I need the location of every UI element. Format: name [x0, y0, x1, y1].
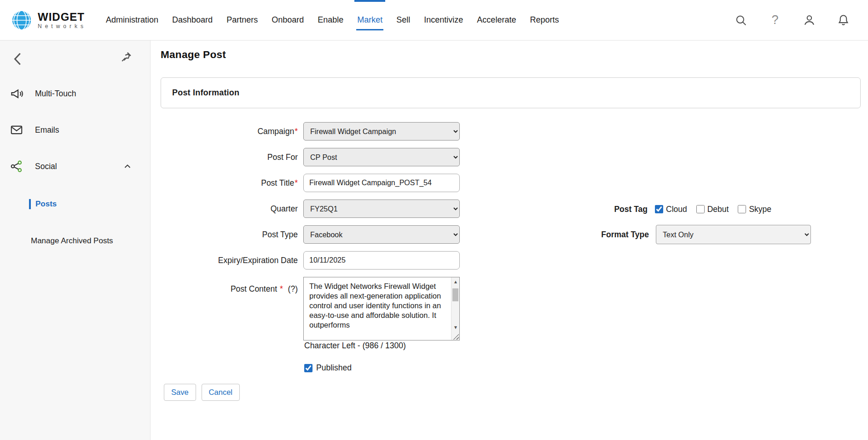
- post-title-label: Post Title*: [161, 178, 298, 188]
- required-mark: *: [295, 178, 298, 188]
- nav-item-sell[interactable]: Sell: [396, 0, 410, 41]
- cloud-label: Cloud: [666, 205, 687, 214]
- scroll-up-icon[interactable]: ▲: [451, 279, 460, 284]
- sidebar-subitem-label: Posts: [35, 199, 57, 209]
- brand-logo[interactable]: WIDGET Networks: [11, 10, 87, 31]
- sidebar-item-social[interactable]: Social: [0, 156, 150, 177]
- post-for-row: Post For CP Post: [161, 144, 460, 170]
- megaphone-icon: [9, 86, 24, 101]
- scroll-down-icon[interactable]: ▼: [451, 325, 460, 330]
- post-form: Campaign* Firewall Widget Campaign Post …: [161, 118, 460, 273]
- sidebar-item-manage-archived-posts[interactable]: Manage Archived Posts: [0, 233, 150, 249]
- nav-item-onboard[interactable]: Onboard: [272, 0, 304, 41]
- nav-item-enable[interactable]: Enable: [318, 0, 343, 41]
- post-information-panel: Post Information: [161, 77, 861, 108]
- skype-checkbox[interactable]: [738, 205, 746, 213]
- nav-item-reports[interactable]: Reports: [530, 0, 559, 41]
- post-content-label: Post Content * (?): [161, 277, 298, 340]
- cloud-checkbox[interactable]: [655, 205, 663, 213]
- search-icon[interactable]: [735, 14, 747, 27]
- sidebar: Multi-Touch Emails Social Posts Manage A…: [0, 41, 150, 440]
- pin-icon[interactable]: [120, 51, 133, 65]
- campaign-label: Campaign*: [161, 127, 298, 136]
- envelope-icon: [9, 123, 24, 137]
- sidebar-subitem-label: Manage Archived Posts: [31, 236, 113, 246]
- page-title: Manage Post: [161, 49, 226, 61]
- social-icon: [9, 159, 24, 174]
- format-type-label: Format Type: [492, 230, 649, 240]
- required-mark: *: [280, 284, 283, 293]
- nav-item-dashboard[interactable]: Dashboard: [172, 0, 213, 41]
- debut-checkbox[interactable]: [696, 205, 705, 213]
- textarea-scrollbar[interactable]: ▲ ▼: [451, 277, 459, 340]
- post-for-label: Post For: [161, 153, 298, 162]
- quarter-label: Quarter: [161, 204, 298, 214]
- post-tag-label: Post Tag: [491, 205, 648, 214]
- sidebar-item-label: Multi-Touch: [35, 89, 76, 99]
- save-button[interactable]: Save: [164, 384, 196, 401]
- expiry-date-row: Expiry/Expiration Date: [161, 247, 460, 273]
- notifications-bell-icon[interactable]: [837, 14, 850, 27]
- post-tag-row: Post Tag Cloud Debut Skype: [491, 200, 771, 218]
- back-arrow-icon[interactable]: [10, 51, 27, 67]
- post-title-row: Post Title*: [161, 170, 460, 196]
- quarter-select[interactable]: FY25Q1: [303, 199, 460, 218]
- sidebar-item-label: Social: [35, 162, 57, 171]
- post-type-row: Post Type Facebook: [161, 222, 460, 247]
- campaign-row: Campaign* Firewall Widget Campaign: [161, 118, 460, 144]
- post-tag-option-cloud: Cloud: [655, 205, 687, 214]
- published-row: Published: [304, 363, 352, 373]
- panel-title: Post Information: [172, 88, 239, 98]
- post-type-select[interactable]: Facebook: [303, 225, 460, 244]
- campaign-select[interactable]: Firewall Widget Campaign: [303, 122, 460, 141]
- nav-item-market[interactable]: Market: [357, 0, 382, 41]
- format-type-row: Format Type Text Only: [492, 225, 811, 244]
- expiry-date-label: Expiry/Expiration Date: [161, 256, 298, 265]
- help-icon[interactable]: ?: [769, 14, 781, 27]
- sidebar-item-posts[interactable]: Posts: [0, 196, 150, 212]
- skype-label: Skype: [749, 205, 771, 214]
- published-label: Published: [316, 363, 352, 373]
- published-checkbox[interactable]: [304, 364, 312, 372]
- active-indicator-bar: [29, 199, 31, 209]
- nav-item-accelerate[interactable]: Accelerate: [477, 0, 516, 41]
- debut-label: Debut: [707, 205, 729, 214]
- user-icon[interactable]: [803, 14, 816, 27]
- form-actions: Save Cancel: [164, 384, 240, 401]
- quarter-row: Quarter FY25Q1: [161, 196, 460, 222]
- nav-item-administration[interactable]: Administration: [106, 0, 158, 41]
- nav-item-partners[interactable]: Partners: [226, 0, 258, 41]
- post-content-text: The Widget Networks Firewall Widget prov…: [304, 277, 451, 340]
- brand-title: WIDGET: [38, 11, 87, 23]
- chevron-up-icon[interactable]: [122, 161, 133, 171]
- required-mark: *: [295, 127, 298, 136]
- sidebar-item-multi-touch[interactable]: Multi-Touch: [0, 83, 150, 104]
- main-content: Manage Post Post Information Campaign* F…: [150, 41, 868, 440]
- brand-subtitle: Networks: [38, 23, 87, 29]
- expiry-date-input[interactable]: [303, 251, 460, 270]
- post-content-row: Post Content * (?) The Widget Networks F…: [161, 277, 460, 340]
- format-type-select[interactable]: Text Only: [656, 225, 811, 244]
- sidebar-item-label: Emails: [35, 125, 59, 135]
- main-nav: Administration Dashboard Partners Onboar…: [106, 0, 559, 41]
- sidebar-item-emails[interactable]: Emails: [0, 119, 150, 141]
- nav-item-incentivize[interactable]: Incentivize: [424, 0, 463, 41]
- cancel-button[interactable]: Cancel: [202, 384, 240, 401]
- globe-logo-icon: [11, 10, 32, 31]
- post-tag-option-debut: Debut: [696, 205, 729, 214]
- header-icons: ?: [735, 14, 850, 27]
- post-content-textarea[interactable]: The Widget Networks Firewall Widget prov…: [303, 277, 460, 340]
- post-for-select[interactable]: CP Post: [303, 148, 460, 166]
- character-count: Character Left - (986 / 1300): [304, 341, 406, 351]
- post-type-label: Post Type: [161, 230, 298, 240]
- top-nav-bar: WIDGET Networks Administration Dashboard…: [0, 0, 868, 41]
- post-title-input[interactable]: [303, 174, 460, 192]
- post-tag-option-skype: Skype: [738, 205, 771, 214]
- scrollbar-thumb[interactable]: [452, 288, 458, 301]
- help-tooltip-trigger[interactable]: (?): [288, 284, 298, 293]
